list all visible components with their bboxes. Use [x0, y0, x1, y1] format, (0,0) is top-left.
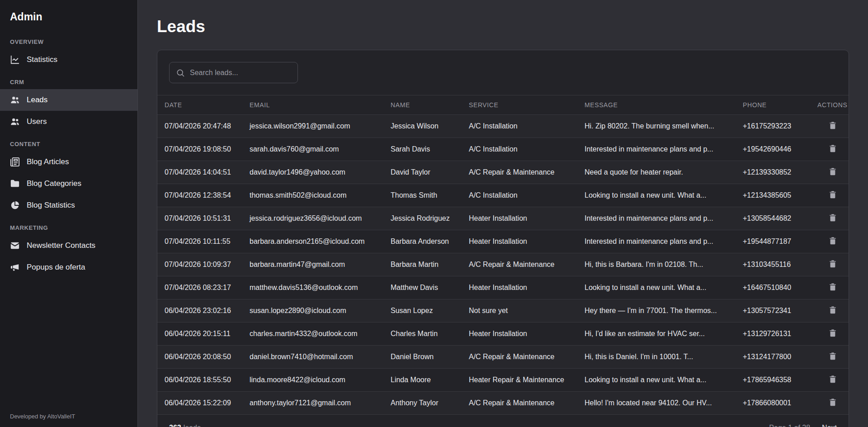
sidebar-nav: OVERVIEWStatisticsCRMLeadsUsersCONTENTBl… [0, 30, 137, 278]
cell-email: anthony.taylor7121@gmail.com [242, 392, 383, 415]
cell-name: Barbara Anderson [383, 230, 462, 253]
cell-service: Heater Installation [462, 276, 577, 299]
cell-name: Matthew Davis [383, 276, 462, 299]
cell-date: 06/04/2026 18:55:50 [157, 369, 242, 392]
cell-actions [810, 392, 849, 415]
sidebar-item-users[interactable]: Users [0, 111, 137, 133]
cell-message: Looking to install a new unit. What a... [577, 184, 736, 207]
sidebar-item-label: Popups de oferta [27, 263, 85, 272]
cell-actions [810, 138, 849, 161]
lead-count: 363leads [169, 424, 201, 427]
trash-icon [828, 190, 837, 199]
delete-lead-button[interactable] [828, 190, 837, 199]
search-input[interactable] [190, 69, 291, 77]
cell-service: A/C Installation [462, 115, 577, 138]
table-row: 07/04/2026 12:38:54thomas.smith502@iclou… [157, 184, 849, 207]
sidebar-item-blog-categories[interactable]: Blog Categories [0, 173, 137, 195]
cell-name: Thomas Smith [383, 184, 462, 207]
delete-lead-button[interactable] [828, 305, 837, 314]
cell-name: Jessica Rodriguez [383, 207, 462, 230]
cell-name: Charles Martin [383, 323, 462, 346]
column-header-phone: PHONE [736, 95, 810, 115]
sidebar-item-label: Leads [27, 95, 47, 104]
sidebar-item-statistics[interactable]: Statistics [0, 49, 137, 71]
cell-actions [810, 369, 849, 392]
cell-phone: +13129726131 [736, 323, 810, 346]
cell-date: 07/04/2026 10:11:55 [157, 230, 242, 253]
cell-actions [810, 115, 849, 138]
delete-lead-button[interactable] [828, 351, 837, 361]
sidebar-item-label: Blog Categories [27, 179, 81, 188]
cell-email: barbara.anderson2165@icloud.com [242, 230, 383, 253]
sidebar-section-label-crm: CRM [0, 71, 137, 89]
cell-actions [810, 253, 849, 276]
column-header-service: SERVICE [462, 95, 577, 115]
trash-icon [828, 328, 837, 337]
trash-icon [828, 351, 837, 361]
sidebar-item-popups-de-oferta[interactable]: Popups de oferta [0, 256, 137, 278]
delete-lead-button[interactable] [828, 236, 837, 245]
cell-message: Hi, this is Daniel. I'm in 10001. T... [577, 346, 736, 369]
table-row: 07/04/2026 14:04:51david.taylor1496@yaho… [157, 161, 849, 184]
sidebar-item-blog-articles[interactable]: Blog Articles [0, 151, 137, 173]
cell-service: Heater Installation [462, 323, 577, 346]
trash-icon [828, 236, 837, 245]
delete-lead-button[interactable] [828, 121, 837, 130]
cell-date: 07/04/2026 10:51:31 [157, 207, 242, 230]
delete-lead-button[interactable] [828, 282, 837, 291]
cell-email: matthew.davis5136@outlook.com [242, 276, 383, 299]
cell-phone: +19544877187 [736, 230, 810, 253]
delete-lead-button[interactable] [828, 144, 837, 153]
table-row: 06/04/2026 20:15:11charles.martin4332@ou… [157, 323, 849, 346]
cell-message: Looking to install a new unit. What a... [577, 369, 736, 392]
cell-actions [810, 161, 849, 184]
search-icon [176, 68, 185, 77]
table-toolbar [157, 50, 849, 95]
table-row: 07/04/2026 20:47:48jessica.wilson2991@gm… [157, 115, 849, 138]
trash-icon [828, 144, 837, 153]
table-row: 07/04/2026 10:09:37barbara.martin47@gmai… [157, 253, 849, 276]
leads-table: DATEEMAILNAMESERVICEMESSAGEPHONEACTIONS … [157, 95, 849, 415]
delete-lead-button[interactable] [828, 167, 837, 176]
table-row: 06/04/2026 20:08:50daniel.brown7410@hotm… [157, 346, 849, 369]
cell-name: Sarah Davis [383, 138, 462, 161]
delete-lead-button[interactable] [828, 375, 837, 384]
cell-phone: +13058544682 [736, 207, 810, 230]
cell-email: linda.moore8422@icloud.com [242, 369, 383, 392]
table-row: 07/04/2026 10:11:55barbara.anderson2165@… [157, 230, 849, 253]
column-header-name: NAME [383, 95, 462, 115]
cell-service: Not sure yet [462, 299, 577, 323]
search-box [169, 62, 298, 83]
cell-date: 07/04/2026 12:38:54 [157, 184, 242, 207]
cell-date: 07/04/2026 14:04:51 [157, 161, 242, 184]
next-page-button[interactable]: Next [822, 424, 837, 427]
delete-lead-button[interactable] [828, 213, 837, 222]
delete-lead-button[interactable] [828, 398, 837, 407]
sidebar-item-newsletter-contacts[interactable]: Newsletter Contacts [0, 235, 137, 256]
cell-name: Jessica Wilson [383, 115, 462, 138]
cell-phone: +17865946358 [736, 369, 810, 392]
cell-name: Anthony Taylor [383, 392, 462, 415]
delete-lead-button[interactable] [828, 259, 837, 268]
trash-icon [828, 282, 837, 291]
cell-phone: +12139330852 [736, 161, 810, 184]
trash-icon [828, 259, 837, 268]
cell-service: A/C Repair & Maintenance [462, 253, 577, 276]
chart-line-icon [10, 55, 20, 65]
sidebar-item-blog-statistics[interactable]: Blog Statistics [0, 195, 137, 216]
cell-message: Looking to install a new unit. What a... [577, 276, 736, 299]
sidebar-item-leads[interactable]: Leads [0, 89, 137, 111]
cell-service: A/C Repair & Maintenance [462, 161, 577, 184]
sidebar-item-label: Statistics [27, 55, 57, 64]
sidebar: Admin OVERVIEWStatisticsCRMLeadsUsersCON… [0, 0, 138, 427]
column-header-email: EMAIL [242, 95, 383, 115]
cell-actions [810, 230, 849, 253]
cell-phone: +13124177800 [736, 346, 810, 369]
lead-count-value: 363 [169, 424, 181, 427]
cell-message: Interested in maintenance plans and p... [577, 230, 736, 253]
delete-lead-button[interactable] [828, 328, 837, 337]
cell-email: sarah.davis760@gmail.com [242, 138, 383, 161]
table-row: 07/04/2026 08:23:17matthew.davis5136@out… [157, 276, 849, 299]
cell-message: Interested in maintenance plans and p... [577, 138, 736, 161]
cell-email: jessica.wilson2991@gmail.com [242, 115, 383, 138]
